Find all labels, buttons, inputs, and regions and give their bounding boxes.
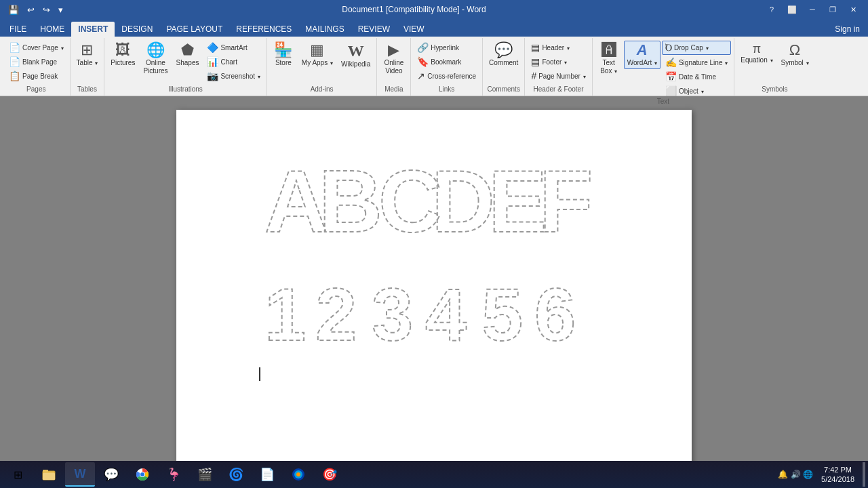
tab-view[interactable]: VIEW (397, 22, 431, 37)
signature-line-icon: ✍ (665, 57, 677, 68)
svg-text:4: 4 (425, 272, 467, 354)
taskbar-target[interactable]: 🎯 (315, 462, 344, 487)
header-button[interactable]: ▤ Header ▾ (528, 41, 589, 54)
title-bar: 💾 ↩ ↪ ▾ Document1 [Compatibility Mode] -… (0, 0, 868, 19)
redo-button[interactable]: ↪ (40, 3, 53, 16)
object-button[interactable]: ⬜ Object ▾ (662, 84, 731, 98)
smartart-button[interactable]: 🔷 SmartArt (203, 41, 263, 54)
clock-date: 5/24/2018 (821, 474, 854, 484)
drop-cap-icon: Ꝺ (665, 42, 672, 54)
clock-time: 7:42 PM (821, 465, 854, 474)
document-page[interactable]: .dl { fill: none; stroke: #888; stroke-w… (176, 110, 692, 473)
svg-point-20 (296, 472, 300, 476)
quick-access-toolbar: 💾 ↩ ↪ ▾ (5, 3, 66, 16)
page-number-button[interactable]: # Page Number ▾ (528, 69, 589, 83)
tab-references[interactable]: REFERENCES (229, 22, 298, 37)
equation-button[interactable]: π Equation ▾ (737, 41, 776, 66)
show-desktop-button[interactable] (863, 462, 865, 487)
tab-home[interactable]: HOME (33, 22, 71, 37)
media-group-label: Media (384, 85, 403, 94)
taskbar-app3[interactable]: 🦩 (159, 462, 189, 487)
letters-row-2: 1 2 3 4 5 6 (258, 259, 651, 354)
cover-page-icon: 📄 (9, 42, 20, 53)
taskbar-browser[interactable]: 🌀 (221, 462, 251, 487)
tab-file[interactable]: FILE (3, 22, 33, 37)
minimize-button[interactable]: ─ (803, 3, 822, 16)
wikipedia-button[interactable]: W Wikipedia (338, 41, 374, 70)
table-icon: ⊞ (81, 43, 93, 58)
store-button[interactable]: 🏪 Store (270, 41, 297, 69)
cover-page-button[interactable]: 📄 Cover Page ▾ (5, 41, 67, 54)
undo-button[interactable]: ↩ (24, 3, 37, 16)
table-button[interactable]: ⊞ Table ▾ (73, 41, 102, 69)
close-button[interactable]: ✕ (844, 3, 863, 16)
hyperlink-button[interactable]: 🔗 Hyperlink (414, 41, 479, 54)
pictures-button[interactable]: 🖼 Pictures (107, 41, 138, 69)
letters-svg-row1: .dl { fill: none; stroke: #888; stroke-w… (258, 137, 597, 245)
illustrations-group-label: Illustrations (168, 85, 203, 94)
comment-button[interactable]: 💬 Comment (486, 41, 521, 69)
bookmark-button[interactable]: 🔖 Bookmark (414, 55, 479, 68)
text-box-icon: 🅰 (601, 43, 616, 58)
firefox-icon (291, 467, 306, 482)
object-icon: ⬜ (665, 85, 677, 96)
pictures-icon: 🖼 (115, 43, 130, 58)
customize-qa-button[interactable]: ▾ (56, 3, 66, 16)
letters-row-1: .dl { fill: none; stroke: #888; stroke-w… (258, 137, 651, 245)
footer-button[interactable]: ▤ Footer ▾ (528, 55, 589, 68)
wordart-button[interactable]: A WordArt ▾ (624, 41, 660, 69)
text-box-button[interactable]: 🅰 TextBox ▾ (595, 41, 623, 77)
addins-group-label: Add-ins (311, 85, 334, 94)
start-button[interactable]: ⊞ (3, 462, 33, 487)
taskbar-firefox[interactable] (283, 462, 313, 487)
ribbon-display-button[interactable]: ⬜ (783, 3, 802, 16)
signature-line-button[interactable]: ✍ Signature Line ▾ (662, 56, 731, 69)
online-pictures-icon: 🌐 (146, 43, 165, 58)
taskbar-pdf[interactable]: 📄 (252, 462, 282, 487)
footer-icon: ▤ (531, 56, 540, 67)
online-video-icon: ▶ (388, 43, 399, 58)
tab-review[interactable]: REVIEW (351, 22, 397, 37)
text-cursor (259, 367, 260, 381)
help-button[interactable]: ? (762, 3, 781, 16)
ribbon-tab-bar: FILE HOME INSERT DESIGN PAGE LAYOUT REFE… (0, 19, 868, 37)
my-apps-button[interactable]: ▦ My Apps ▾ (298, 41, 336, 69)
blank-page-icon: 📄 (9, 56, 20, 67)
cross-reference-button[interactable]: ↗ Cross-reference (414, 69, 479, 83)
blank-page-button[interactable]: 📄 Blank Page (5, 55, 67, 68)
taskbar-file-explorer[interactable] (34, 462, 64, 487)
symbol-button[interactable]: Ω Symbol ▾ (778, 41, 812, 69)
svg-text:5: 5 (481, 272, 523, 354)
taskbar-chrome[interactable] (127, 462, 157, 487)
drop-cap-button[interactable]: Ꝺ Drop Cap ▾ (662, 41, 731, 55)
my-apps-icon: ▦ (310, 43, 324, 58)
window-title: Document1 [Compatibility Mode] - Word (66, 5, 762, 14)
file-explorer-icon (41, 467, 56, 482)
ribbon-group-media: ▶ OnlineVideo Media (377, 38, 411, 96)
screenshot-button[interactable]: 📷 Screenshot ▾ (203, 69, 263, 83)
taskbar-word[interactable]: W (65, 462, 95, 487)
wordart-icon: A (637, 43, 648, 58)
online-video-button[interactable]: ▶ OnlineVideo (380, 41, 408, 77)
tab-insert[interactable]: INSERT (71, 22, 115, 37)
chart-button[interactable]: 📊 Chart (203, 55, 263, 68)
online-pictures-button[interactable]: 🌐 OnlinePictures (140, 41, 171, 77)
letters-svg-row2: 1 2 3 4 5 6 (258, 259, 597, 354)
shapes-button[interactable]: ⬟ Shapes (173, 41, 203, 69)
save-button[interactable]: 💾 (5, 3, 22, 16)
date-time-button[interactable]: 📅 Date & Time (662, 70, 731, 83)
sign-in-button[interactable]: Sign in (829, 22, 865, 37)
ribbon-group-tables: ⊞ Table ▾ Tables (71, 38, 105, 96)
shapes-icon: ⬟ (181, 43, 194, 58)
system-clock[interactable]: 7:42 PM 5/24/2018 (816, 465, 860, 485)
page-break-button[interactable]: 📋 Page Break (5, 69, 67, 83)
tab-design[interactable]: DESIGN (115, 22, 159, 37)
tab-mailings[interactable]: MAILINGS (298, 22, 351, 37)
taskbar-chat[interactable]: 💬 (96, 462, 126, 487)
taskbar-video[interactable]: 🎬 (190, 462, 220, 487)
taskbar-system-tray: 🔔 🔊 🌐 7:42 PM 5/24/2018 (778, 462, 865, 487)
svg-point-17 (140, 472, 144, 476)
tab-page-layout[interactable]: PAGE LAYOUT (159, 22, 229, 37)
ribbon-group-illustrations: 🖼 Pictures 🌐 OnlinePictures ⬟ Shapes 🔷 S… (104, 38, 267, 96)
restore-button[interactable]: ❐ (823, 3, 842, 16)
